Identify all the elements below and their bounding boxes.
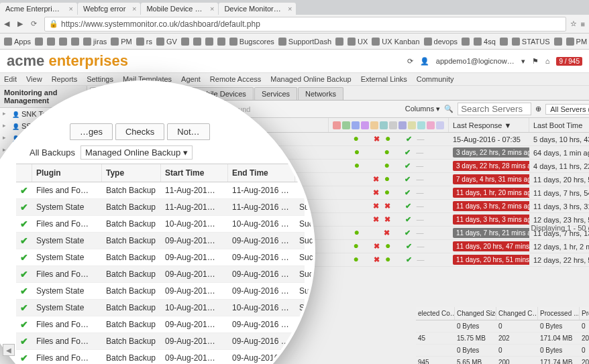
backup-row[interactable]: ✔Files and Fo…Batch Backup09-Aug-201…09-… — [16, 350, 305, 364]
bookmark-item[interactable]: 4sq — [474, 38, 496, 46]
menu-item[interactable]: Remote Access — [210, 75, 261, 83]
bookmark-item[interactable]: STATUS — [512, 38, 550, 46]
col-boot[interactable]: Last Boot Time — [529, 118, 589, 132]
zoom-icon[interactable]: ⊕ — [535, 105, 541, 113]
bookmark-item[interactable] — [554, 38, 562, 46]
scroll-left-icon[interactable]: ◀ — [3, 344, 15, 356]
menu-item[interactable]: Managed Online Backup — [270, 75, 351, 83]
lens-col[interactable]: Type — [102, 164, 161, 182]
backup-row[interactable]: ✔Files and Fo…Batch Backup11-Aug-201…11-… — [16, 182, 305, 199]
col-resp[interactable]: Last Response ▼ — [449, 118, 529, 132]
url-input[interactable]: 🔒 https://www.systemmonitor.co.uk/dashbo… — [44, 17, 566, 32]
bookmark-item[interactable] — [35, 38, 43, 46]
lens-col[interactable]: Plugin — [32, 164, 102, 182]
bookmark-item[interactable]: Bugscores — [229, 38, 274, 46]
stats-cell: 200 — [580, 357, 589, 364]
menu-item[interactable]: View — [26, 75, 42, 83]
lens-col[interactable]: End Time — [228, 164, 295, 182]
bookmark-icon — [181, 38, 189, 46]
back-icon[interactable]: ◀ — [4, 19, 13, 29]
backup-row[interactable]: ✔Files and Fo…Batch Backup09-Aug-201…09-… — [16, 316, 305, 333]
star-icon[interactable]: ☆ — [570, 19, 577, 28]
bookmark-item[interactable]: rs — [136, 38, 152, 46]
bookmark-item[interactable] — [217, 38, 225, 46]
lens-col[interactable] — [16, 164, 32, 182]
stats-col[interactable]: Changed Size — [455, 307, 496, 320]
server-filter[interactable]: All Servers (60) — [545, 104, 589, 115]
mail-icon[interactable]: ⌂ — [545, 57, 550, 65]
backup-row[interactable]: ✔System StateBatch Backup09-Aug-201…09-A… — [16, 283, 305, 300]
menu-item[interactable]: Reports — [52, 75, 78, 83]
bookmark-item[interactable]: PM RU — [566, 38, 589, 46]
lens-col[interactable]: Start Time — [161, 164, 228, 182]
browser-tab[interactable]: Mobile Device Inventory … — [141, 3, 218, 15]
menu-item[interactable]: Agent — [181, 75, 201, 83]
check-icon: ✔ — [20, 219, 28, 229]
bookmark-item[interactable] — [193, 38, 201, 46]
lens-filter-product[interactable]: Managed Online Backup ▾ — [81, 145, 193, 160]
user-icon[interactable]: 👤 — [420, 57, 429, 66]
bookmark-item[interactable] — [59, 38, 67, 46]
lens-tab[interactable]: Not… — [167, 123, 209, 140]
menu-item[interactable]: External Links — [361, 75, 407, 83]
bookmark-item[interactable] — [335, 38, 343, 46]
content-tab[interactable]: Services — [254, 87, 297, 100]
columns-dropdown[interactable]: Columns ▾ — [405, 105, 440, 113]
stats-cell: 0 — [580, 321, 589, 331]
menu-item[interactable]: Edit — [4, 75, 17, 83]
lens-tab[interactable]: …ges — [70, 123, 113, 140]
bookmark-item[interactable]: Apps — [4, 38, 31, 46]
refresh-icon[interactable]: ⟳ — [407, 57, 413, 66]
stats-row[interactable]: 0 Bytes00 Bytes00 Bytes00 — [416, 345, 589, 357]
bookmark-item[interactable]: SupportDash — [278, 38, 331, 46]
flag-icon[interactable]: ⚑ — [532, 57, 539, 66]
user-email[interactable]: appdemo1@logicnow… — [436, 57, 515, 65]
reload-icon[interactable]: ⟳ — [31, 19, 40, 29]
check-icon: ✔ — [20, 252, 28, 263]
bookmark-item[interactable] — [205, 38, 213, 46]
bookmark-item[interactable]: jiras — [83, 38, 107, 46]
forward-icon[interactable]: ▶ — [17, 19, 27, 29]
backup-row[interactable]: ✔System StateBatch Backup09-Aug-201…09-A… — [16, 249, 305, 266]
backup-row[interactable]: ✔System StateBatch Backup09-Aug-201…09-A… — [16, 233, 305, 249]
browser-tab[interactable]: Webfcg error — [78, 3, 140, 15]
menu-icon[interactable]: ≡ — [581, 20, 585, 28]
bookmark-item[interactable] — [462, 38, 470, 46]
stats-cell: 15.75 MB — [455, 333, 496, 343]
stats-row[interactable]: 4515.75 MB202171.04 MB2023.63 MB01 — [416, 332, 589, 345]
backup-row[interactable]: ✔Files and Fo…Batch Backup09-Aug-201…09-… — [16, 266, 305, 283]
server-status: ✖✖ ✔— — [329, 214, 449, 225]
bookmark-item[interactable] — [71, 38, 79, 46]
lens-tab[interactable]: Checks — [115, 123, 164, 140]
col-status[interactable] — [329, 118, 449, 132]
backup-row[interactable]: ✔System StateBatch Backup10-Aug-201…10-A… — [16, 300, 305, 316]
bookmark-item[interactable]: PM — [111, 38, 132, 46]
stats-col[interactable]: elected Co… — [416, 307, 455, 320]
backup-row[interactable]: ✔Files and Fo…Batch Backup09-Aug-201…09-… — [16, 333, 305, 350]
bookmark-item[interactable] — [500, 38, 508, 46]
bookmark-item[interactable] — [181, 38, 189, 46]
bookmark-item[interactable] — [47, 38, 55, 46]
content-tab[interactable]: Networks — [298, 87, 343, 100]
stats-col[interactable]: Processed … — [538, 307, 580, 320]
browser-tab[interactable]: Device Monitoring | MA… — [219, 3, 296, 15]
stats-row[interactable]: 9455.65 MB200171.74 MB2001.39 MB00 — [416, 357, 589, 364]
lens-filter-backups[interactable]: All Backups — [30, 147, 75, 158]
backup-row[interactable]: ✔Files and Fo…Batch Backup10-Aug-201…10-… — [16, 216, 305, 233]
stats-col[interactable]: Processed … — [580, 307, 589, 320]
stats-row[interactable]: 0 Bytes00 Bytes00 Bytes00 — [416, 320, 589, 332]
browser-tab[interactable]: Acme Enterprises Dashbo… — [0, 3, 77, 15]
menu-item[interactable]: Settings — [87, 75, 113, 83]
bookmark-item[interactable]: UX Kanban — [372, 38, 419, 46]
bookmark-item[interactable]: GV — [156, 38, 177, 46]
bookmark-item[interactable]: UX — [347, 38, 368, 46]
backup-status: ✔ — [16, 351, 32, 364]
chevron-down-icon[interactable]: ▾ — [521, 57, 525, 66]
search-input[interactable] — [458, 103, 531, 115]
notif-badge[interactable]: 9 / 945 — [556, 57, 582, 66]
menu-item[interactable]: Community — [417, 75, 454, 83]
stats-col[interactable]: Changed C… — [496, 307, 538, 320]
bookmark-item[interactable]: devops — [424, 38, 458, 46]
backup-row[interactable]: ✔System StateBatch Backup11-Aug-201…11-A… — [16, 199, 305, 216]
stats-cell: 0 — [496, 321, 538, 331]
